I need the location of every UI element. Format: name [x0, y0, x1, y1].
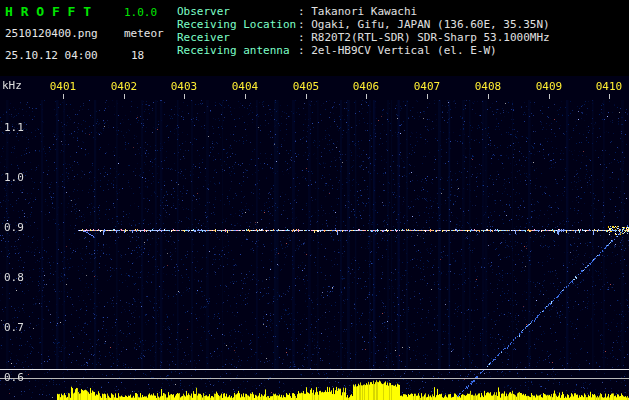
- info-value-location: : Ogaki, Gifu, JAPAN (136.60E, 35.35N): [298, 18, 550, 31]
- y-tick-label-0.8: 0.8: [4, 271, 24, 284]
- x-tick-label-0401: 0401: [50, 80, 77, 93]
- info-value-observer: : Takanori Kawachi: [298, 5, 417, 18]
- y-tick-label-1.0: 1.0: [4, 171, 24, 184]
- info-row-location: Receiving Location: Ogaki, Gifu, JAPAN (…: [177, 18, 550, 31]
- output-filename: 2510120400.png: [5, 27, 98, 40]
- y-tick-label-0.7: 0.7: [4, 321, 24, 334]
- x-axis-tick: [184, 94, 185, 99]
- x-tick-label-0402: 0402: [111, 80, 138, 93]
- y-tick-label-0.6: 0.6: [4, 371, 24, 384]
- y-tick-label-0.9: 0.9: [4, 221, 24, 234]
- x-tick-label-0406: 0406: [353, 80, 380, 93]
- x-axis-tick: [124, 94, 125, 99]
- x-axis-tick: [609, 94, 610, 99]
- x-tick-label-0405: 0405: [293, 80, 320, 93]
- station-info: Observer: Takanori Kawachi Receiving Loc…: [177, 5, 550, 57]
- info-label-receiver: Receiver: [177, 31, 298, 44]
- x-axis-tick: [63, 94, 64, 99]
- y-axis-unit: kHz: [2, 79, 22, 92]
- x-tick-label-0410: 0410: [596, 80, 623, 93]
- x-tick-label-0408: 0408: [475, 80, 502, 93]
- app-title: H R O F F T: [5, 4, 91, 19]
- x-axis-tick: [549, 94, 550, 99]
- x-axis-tick: [427, 94, 428, 99]
- x-tick-label-0403: 0403: [171, 80, 198, 93]
- y-tick-label-1.1: 1.1: [4, 121, 24, 134]
- mode-label: meteor: [124, 27, 164, 40]
- datetime-label: 25.10.12 04:00: [5, 49, 98, 62]
- info-label-antenna: Receiving antenna: [177, 44, 298, 57]
- info-label-location: Receiving Location: [177, 18, 298, 31]
- x-axis-tick: [245, 94, 246, 99]
- x-tick-label-0407: 0407: [414, 80, 441, 93]
- hrofft-window: H R O F F T 1.0.0 2510120400.png meteor …: [0, 0, 629, 400]
- x-axis-tick: [366, 94, 367, 99]
- info-row-observer: Observer: Takanori Kawachi: [177, 5, 550, 18]
- info-value-receiver: : R820T2(RTL-SDR) SDR-Sharp 53.1000MHz: [298, 31, 550, 44]
- x-axis-tick: [306, 94, 307, 99]
- echo-count: 18: [131, 49, 144, 62]
- x-axis-tick: [488, 94, 489, 99]
- info-value-antenna: : 2el-HB9CV Vertical (el. E-W): [298, 44, 497, 57]
- spectrogram-canvas: [0, 76, 629, 400]
- spectrogram-panel: kHz 0401 0402 0403 0404 0405 0406 0407 0…: [0, 76, 629, 400]
- header: H R O F F T 1.0.0 2510120400.png meteor …: [0, 0, 629, 76]
- info-row-receiver: Receiver: R820T2(RTL-SDR) SDR-Sharp 53.1…: [177, 31, 550, 44]
- info-row-antenna: Receiving antenna: 2el-HB9CV Vertical (e…: [177, 44, 550, 57]
- x-tick-label-0409: 0409: [536, 80, 563, 93]
- info-label-observer: Observer: [177, 5, 298, 18]
- x-tick-label-0404: 0404: [232, 80, 259, 93]
- app-version: 1.0.0: [124, 6, 157, 19]
